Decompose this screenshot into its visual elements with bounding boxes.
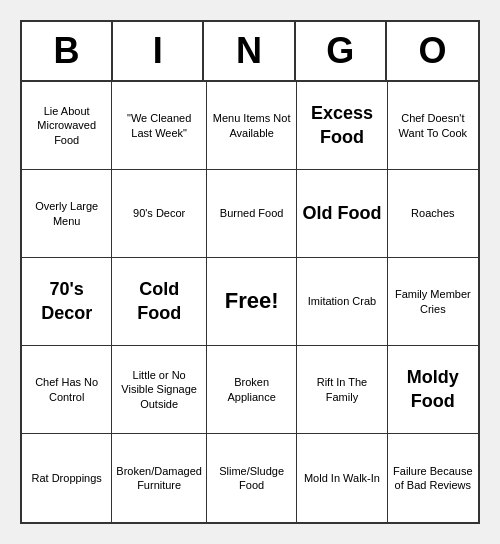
bingo-cell[interactable]: 70's Decor: [22, 258, 112, 346]
bingo-cell[interactable]: Broken/Damaged Furniture: [112, 434, 207, 522]
header-letter: B: [22, 22, 113, 80]
bingo-cell[interactable]: Imitation Crab: [297, 258, 387, 346]
bingo-cell[interactable]: Cold Food: [112, 258, 207, 346]
bingo-cell[interactable]: Family Member Cries: [388, 258, 478, 346]
bingo-cell[interactable]: Chef Has No Control: [22, 346, 112, 434]
bingo-cell[interactable]: "We Cleaned Last Week": [112, 82, 207, 170]
bingo-cell[interactable]: Burned Food: [207, 170, 297, 258]
bingo-grid: Lie About Microwaved Food"We Cleaned Las…: [22, 82, 478, 522]
bingo-cell[interactable]: Failure Because of Bad Reviews: [388, 434, 478, 522]
bingo-cell[interactable]: Broken Appliance: [207, 346, 297, 434]
bingo-cell[interactable]: Rat Droppings: [22, 434, 112, 522]
bingo-cell[interactable]: Slime/Sludge Food: [207, 434, 297, 522]
bingo-cell[interactable]: Lie About Microwaved Food: [22, 82, 112, 170]
bingo-cell[interactable]: Little or No Visible Signage Outside: [112, 346, 207, 434]
header-letter: O: [387, 22, 478, 80]
bingo-cell[interactable]: 90's Decor: [112, 170, 207, 258]
bingo-cell[interactable]: Free!: [207, 258, 297, 346]
bingo-cell[interactable]: Old Food: [297, 170, 387, 258]
bingo-cell[interactable]: Moldy Food: [388, 346, 478, 434]
bingo-cell[interactable]: Overly Large Menu: [22, 170, 112, 258]
bingo-cell[interactable]: Chef Doesn't Want To Cook: [388, 82, 478, 170]
bingo-cell[interactable]: Excess Food: [297, 82, 387, 170]
header-letter: I: [113, 22, 204, 80]
bingo-card: BINGO Lie About Microwaved Food"We Clean…: [20, 20, 480, 524]
bingo-header: BINGO: [22, 22, 478, 82]
header-letter: G: [296, 22, 387, 80]
header-letter: N: [204, 22, 295, 80]
bingo-cell[interactable]: Mold In Walk-In: [297, 434, 387, 522]
bingo-cell[interactable]: Roaches: [388, 170, 478, 258]
bingo-cell[interactable]: Rift In The Family: [297, 346, 387, 434]
bingo-cell[interactable]: Menu Items Not Available: [207, 82, 297, 170]
